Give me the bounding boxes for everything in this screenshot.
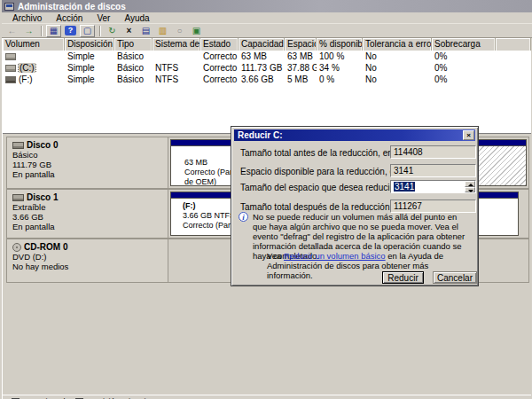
disk-status: En pantalla (12, 222, 162, 231)
disk-size: 111.79 GB (12, 160, 162, 169)
selected-value: 3141 (394, 182, 415, 192)
volume-label: (F:) (19, 74, 33, 84)
toolbar: ← → ▦ ? ▢ ↻ × ▤ ▥ ○ ▣ (2, 24, 532, 38)
volume-cell (3, 53, 65, 60)
field-row: Tamaño del espacio que desea reducir, en… (231, 180, 478, 194)
refresh-icon[interactable]: ↻ (105, 25, 120, 37)
disk-icon (12, 194, 24, 201)
help-icon[interactable]: ? (63, 25, 78, 37)
disk-name: Disco 0 (27, 140, 59, 150)
col-espacio[interactable]: Espacio ... (285, 38, 317, 51)
titlebar: Administración de discos (2, 0, 532, 12)
cell: 100 % (317, 51, 363, 61)
available-space-field: 3141 (390, 164, 476, 177)
col-capacidad[interactable]: Capacidad (239, 38, 285, 51)
disk-type: Básico (12, 150, 162, 160)
disk-0-label-panel[interactable]: Disco 0 Básico 111.79 GB En pantalla (7, 137, 168, 188)
app-icon (4, 3, 14, 11)
table-row[interactable]: Simple Básico Correcto (... 63 MB 63 MB … (3, 51, 531, 62)
table-row[interactable]: (F:) Simple Básico NTFS Correcto (... 3.… (3, 74, 531, 85)
dialog-titlebar: Reducir C: × (234, 129, 475, 141)
field-row: Tamaño total antes de la reducción, en M… (231, 145, 478, 160)
drive-icon (5, 65, 16, 72)
info-icon: i (239, 212, 248, 222)
volume-list-pane: Volumen Disposición Tipo Sistema de a...… (3, 38, 531, 133)
cell: No (363, 51, 432, 61)
menu-accion[interactable]: Acción (49, 13, 90, 23)
volume-label: (C:) (19, 63, 35, 73)
col-tipo[interactable]: Tipo (114, 38, 153, 51)
col-estado[interactable]: Estado (200, 38, 239, 51)
col-filler (496, 38, 531, 51)
legend: No asignado Partición primaria (3, 395, 531, 399)
cell: 5 MB (285, 74, 317, 84)
spin-down-button[interactable] (465, 187, 475, 193)
cell: 0% (432, 63, 496, 73)
cell: Correcto (... (200, 51, 239, 61)
menu-archivo[interactable]: Archivo (5, 13, 49, 23)
disk-management-window: Administración de discos Archivo Acción … (0, 0, 532, 399)
menu-ver[interactable]: Ver (90, 13, 117, 23)
cell: Correcto (... (200, 74, 239, 84)
col-disponible[interactable]: % disponible (317, 38, 363, 51)
disk-1-label-panel[interactable]: Disco 1 Extraíble 3.66 GB En pantalla (7, 190, 168, 238)
cdrom-0-label-panel[interactable]: CD-ROM 0 DVD (D:) No hay medios (7, 239, 168, 282)
close-icon[interactable]: × (463, 130, 474, 140)
cell: 63 MB (285, 51, 317, 61)
cell: 63 MB (239, 51, 285, 61)
total-before-field: 114408 (390, 145, 476, 159)
disk-size: 3.66 GB (12, 212, 162, 222)
open-folder-icon[interactable]: ▥ (155, 25, 170, 37)
shrink-amount-input[interactable]: 3141 (390, 180, 476, 193)
help-pre: Vea (267, 251, 284, 261)
table-row-selected[interactable]: (C:) Simple Básico NTFS Correcto (... 11… (3, 62, 531, 74)
forward-icon[interactable]: → (21, 25, 36, 37)
cdrom-icon (12, 243, 21, 252)
cell: Simple (65, 63, 114, 73)
volume-cell: (C:) (3, 63, 65, 73)
menu-ayuda[interactable]: Ayuda (117, 13, 156, 23)
cell: 34 % (317, 63, 363, 73)
search-icon[interactable]: ○ (172, 25, 187, 37)
disk-status: En pantalla (12, 169, 162, 179)
col-volumen[interactable]: Volumen (3, 38, 65, 51)
field-label: Tamaño total antes de la reducción, en M… (240, 148, 411, 158)
cell: 111.73 GB (239, 63, 285, 73)
col-disposicion[interactable]: Disposición (65, 38, 114, 51)
col-sistema[interactable]: Sistema de a... (153, 38, 200, 51)
cell: Básico (114, 51, 153, 61)
detail-pane-icon[interactable]: ▢ (80, 25, 95, 37)
toolbar-separator (41, 26, 42, 36)
back-icon[interactable]: ← (4, 25, 20, 37)
total-after-field: 111267 (390, 200, 476, 213)
cell: Simple (65, 74, 114, 84)
volume-list-header: Volumen Disposición Tipo Sistema de a...… (3, 38, 531, 51)
cell: Simple (65, 51, 114, 61)
actions-icon[interactable]: ▣ (189, 25, 204, 37)
cell: 3.66 GB (239, 74, 285, 84)
properties-icon[interactable]: ▤ (138, 25, 153, 37)
col-sobrecarga[interactable]: Sobrecarga (432, 38, 496, 51)
field-row: Espacio disponible para la reducción, en… (231, 164, 478, 178)
window-title: Administración de discos (18, 2, 126, 12)
cancelar-button[interactable]: Cancelar (433, 271, 477, 284)
delete-icon[interactable]: × (121, 25, 137, 37)
removable-drive-icon (5, 76, 16, 83)
spinner (465, 181, 475, 192)
help-link[interactable]: Reducir un volumen básico (284, 251, 386, 261)
cell: NTFS (153, 74, 200, 84)
volume-cell: (F:) (3, 74, 65, 84)
cell: 0% (432, 51, 496, 61)
cell: 0 % (317, 74, 363, 84)
toolbar-separator (99, 26, 100, 36)
col-tolerancia[interactable]: Tolerancia a errores (363, 38, 432, 51)
dialog-title: Reducir C: (238, 130, 283, 140)
cell: Básico (114, 63, 153, 73)
cell: 0% (432, 74, 496, 84)
disk-type: DVD (D:) (12, 252, 162, 262)
menubar: Archivo Acción Ver Ayuda (2, 12, 532, 24)
help-glyph: ? (65, 26, 76, 35)
reducir-button[interactable]: Reducir (382, 271, 424, 284)
disk-status: No hay medios (12, 262, 162, 271)
console-tree-icon[interactable]: ▦ (46, 25, 61, 37)
